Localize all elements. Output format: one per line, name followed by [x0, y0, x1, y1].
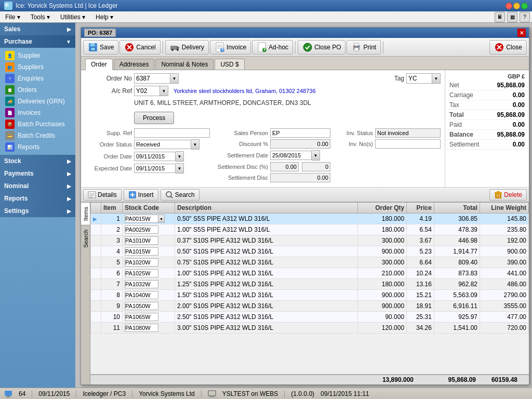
menu-file[interactable]: File ▾: [2, 12, 23, 22]
table-row[interactable]: 113.00" S10S PIPE A312 WLD 316/L120.0003…: [91, 323, 529, 334]
delivery-icon: [170, 42, 180, 52]
sales-person-input[interactable]: [270, 128, 330, 138]
svg-rect-45: [208, 391, 216, 396]
row-arrow: [91, 312, 101, 323]
menu-help[interactable]: Help ▾: [92, 12, 116, 22]
delete-button[interactable]: Delete: [489, 189, 527, 201]
sidebar-section-sales[interactable]: Sales ▶: [0, 23, 75, 35]
table-scroll[interactable]: Item Stock Code Description Order Qty Pr…: [90, 202, 529, 374]
side-tab-items[interactable]: Items: [81, 202, 90, 225]
save-button[interactable]: Save: [83, 40, 118, 55]
col-item[interactable]: Item: [101, 203, 122, 214]
sidebar-item-deliveries[interactable]: 🚚 Deliveries (GRN): [1, 96, 74, 107]
calculator-icon[interactable]: 🖩: [495, 12, 505, 22]
tag-dropdown[interactable]: ▼: [432, 73, 441, 84]
order-date-dropdown[interactable]: ▼: [176, 151, 184, 162]
order-date-input[interactable]: [134, 152, 176, 161]
row-order-qty: 900.000: [358, 246, 407, 257]
settlement-date-input[interactable]: [270, 151, 312, 160]
help-icon[interactable]: ?: [520, 12, 530, 22]
sidebar-section-stock[interactable]: Stock ▶: [0, 155, 75, 167]
expected-date-input[interactable]: [134, 164, 176, 173]
table-row[interactable]: 21.00" S5S PIPE A312 WLD 316/L180.0006.5…: [91, 224, 529, 235]
table-row[interactable]: 30.37" S10S PIPE A312 WLD 316/L300.0003.…: [91, 235, 529, 246]
cancel-button[interactable]: Cancel: [119, 40, 160, 55]
table-row[interactable]: 102.50" S10S PIPE A312 WLD 316/L90.00025…: [91, 312, 529, 323]
tab-order[interactable]: Order: [85, 59, 113, 70]
invoice-button[interactable]: + Invoice: [210, 40, 251, 55]
side-tab-search[interactable]: Search: [81, 225, 90, 252]
inv-nos-input[interactable]: [375, 139, 441, 149]
table-row[interactable]: 40.50" S10S PIPE A312 WLD 316/L900.0005.…: [91, 246, 529, 257]
sidebar-item-supplier[interactable]: 👤 Supplier: [1, 50, 74, 61]
sidebar-nominal-label: Nominal: [4, 182, 29, 190]
sidebar-section-payments[interactable]: Payments ▶: [0, 167, 75, 180]
col-stock-code[interactable]: Stock Code: [123, 203, 175, 214]
search-button[interactable]: Search: [161, 189, 200, 201]
table-row[interactable]: 71.25" S10S PIPE A312 WLD 316/L180.00013…: [91, 279, 529, 290]
discount-input[interactable]: [270, 139, 330, 149]
row-description: 1.25" S10S PIPE A312 WLD 316/L: [175, 279, 358, 290]
adhoc-button[interactable]: + Ad-hoc: [252, 40, 293, 55]
expected-date-dropdown[interactable]: ▼: [176, 163, 184, 174]
sidebar-section-nominal[interactable]: Nominal ▶: [0, 180, 75, 192]
table-row[interactable]: ▶1▼0.50" S5S PIPE A312 WLD 316/L180.0004…: [91, 214, 529, 224]
sidebar-label-deliveries: Deliveries (GRN): [18, 98, 65, 105]
tab-currency[interactable]: USD $: [215, 59, 244, 70]
main-content: PO: 6387 ✕ Save Cancel: [75, 23, 532, 388]
window-max-btn[interactable]: [521, 3, 528, 9]
menu-tools[interactable]: Tools ▾: [28, 12, 53, 22]
col-description[interactable]: Description: [175, 203, 358, 214]
window-min-btn[interactable]: [513, 3, 520, 9]
window-close-btn[interactable]: [506, 3, 512, 9]
sidebar-item-enquiries[interactable]: ? Enquiries: [1, 73, 74, 84]
row-order-qty: 900.000: [358, 290, 407, 301]
table-row[interactable]: 50.75" S10S PIPE A312 WLD 316/L300.0006.…: [91, 257, 529, 268]
order-status-dropdown[interactable]: ▼: [191, 139, 200, 150]
col-line-weight[interactable]: Line Weight: [480, 203, 529, 214]
sidebar-item-reports[interactable]: 📊 Reports: [1, 141, 74, 153]
sidebar-item-suppliers[interactable]: 👥 Suppliers: [1, 61, 74, 73]
status-computer-icon: [4, 390, 12, 398]
order-no-input[interactable]: [134, 73, 170, 84]
sidebar-section-reports[interactable]: Reports ▶: [0, 192, 75, 205]
details-button[interactable]: Details: [83, 189, 122, 201]
menu-utilities[interactable]: Utilities ▾: [57, 12, 88, 22]
process-button[interactable]: Process: [134, 112, 174, 124]
sidebar-item-invoices[interactable]: 📄 Invoices: [1, 107, 74, 118]
print-button[interactable]: Print: [347, 40, 381, 55]
po-x-button[interactable]: ✕: [517, 29, 526, 37]
close-po-button[interactable]: Close PO: [298, 40, 345, 55]
summary-settlement-value: 0.00: [483, 141, 525, 148]
table-row[interactable]: 92.00" S10S PIPE A312 WLD 316/L900.00018…: [91, 301, 529, 312]
acref-input[interactable]: [134, 86, 160, 96]
tab-nominal-notes[interactable]: Nominal & Notes: [155, 59, 214, 70]
sidebar-item-batch-purchases[interactable]: 📦 Batch Purchases: [1, 118, 74, 130]
delivery-button[interactable]: Delivery: [165, 40, 209, 55]
col-total[interactable]: Total: [434, 203, 480, 214]
settlement-date-dropdown[interactable]: ▼: [312, 150, 320, 161]
col-price[interactable]: Price: [407, 203, 434, 214]
svg-point-9: [171, 49, 174, 51]
sidebar-section-purchase[interactable]: Purchase ▼: [0, 35, 75, 48]
tab-addresses[interactable]: Addresses: [114, 59, 155, 70]
sidebar-section-settings[interactable]: Settings ▶: [0, 205, 75, 217]
table-row[interactable]: 81.50" S10S PIPE A312 WLD 316/L900.00015…: [91, 290, 529, 301]
supp-ref-input[interactable]: [134, 128, 210, 138]
enquiries-icon: ?: [5, 74, 15, 83]
po-toolbar: Save Cancel Delivery: [81, 38, 529, 57]
order-status-input[interactable]: [134, 140, 191, 149]
sidebar-item-batch-credits[interactable]: 💳 Batch Credits: [1, 130, 74, 141]
col-order-qty[interactable]: Order Qty: [358, 203, 407, 214]
close-button[interactable]: Close: [489, 40, 527, 55]
order-no-dropdown[interactable]: ▼: [170, 73, 179, 84]
sidebar-item-orders[interactable]: 📋 Orders: [1, 84, 74, 96]
settlement-disc-input[interactable]: [270, 162, 299, 171]
tag-input[interactable]: [406, 73, 432, 84]
acref-dropdown[interactable]: ▼: [160, 86, 168, 96]
row-description: 1.00" S5S PIPE A312 WLD 316/L: [175, 224, 358, 235]
row-arrow: [91, 268, 101, 279]
grid-icon[interactable]: ▦: [507, 12, 517, 22]
insert-button[interactable]: Insert: [124, 189, 158, 201]
table-row[interactable]: 61.00" S10S PIPE A312 WLD 316/L210.00010…: [91, 268, 529, 279]
